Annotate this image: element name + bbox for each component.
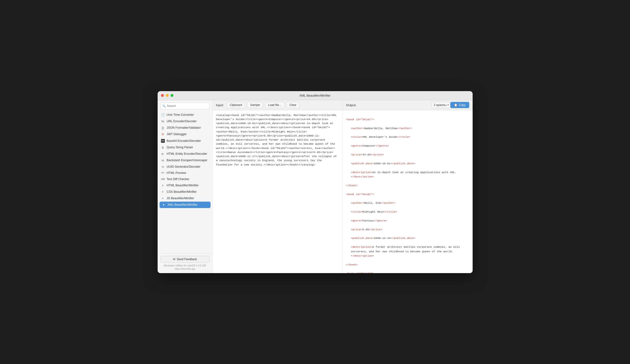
sidebar-item-label: Unix Time Converter bbox=[167, 113, 194, 117]
copy-icon: 📋 bbox=[454, 103, 458, 107]
minimize-button[interactable] bbox=[166, 94, 169, 97]
js-beautifier-icon: ✦ bbox=[161, 196, 165, 200]
search-container: 🔍 bbox=[160, 103, 210, 109]
output-body: <book id="bk101"> <author>Gambardella, M… bbox=[343, 110, 472, 273]
main-content: 🔍 🕐 Unix Time Converter % URL Encoder/De… bbox=[158, 100, 472, 273]
input-panel-header: Input: Clipboard Sample Load file... Cle… bbox=[213, 100, 342, 110]
main-area: Input: Clipboard Sample Load file... Cle… bbox=[213, 100, 472, 273]
sidebar-item-label: URL Encoder/Decoder bbox=[167, 120, 197, 123]
spaces-select[interactable]: 2 spaces 4 spaces Tab bbox=[432, 102, 450, 108]
sidebar-item-query-string[interactable]: & Query String Parser bbox=[158, 144, 212, 151]
feedback-icon: ✉ bbox=[173, 258, 175, 261]
sidebar: 🔍 🕐 Unix Time Converter % URL Encoder/De… bbox=[158, 100, 213, 273]
sidebar-item-js-beautifier[interactable]: ✦ JS Beautifier/Minifier bbox=[158, 195, 212, 202]
footer-info: Developer Utilities for macOS 1.4.0 (29)… bbox=[160, 264, 210, 271]
sidebar-item-uuid[interactable]: uu UUID Generator/Decoder bbox=[158, 164, 212, 170]
html-beautifier-icon: ✦ bbox=[161, 184, 165, 187]
spaces-select-wrap: 2 spaces 4 spaces Tab ▲▼ bbox=[432, 102, 450, 108]
sidebar-item-label: JWT Debugger bbox=[167, 133, 187, 136]
output-panel-header: Output: 2 spaces 4 spaces Tab ▲▼ 📋 Copy bbox=[343, 100, 472, 110]
xml-beautifier-icon: ✦ bbox=[162, 203, 166, 207]
braces-icon: {} bbox=[161, 126, 165, 130]
titlebar: XML Beautifier/Minifier bbox=[158, 91, 472, 100]
sidebar-item-jwt-debugger[interactable]: ❊ JWT Debugger bbox=[158, 131, 212, 138]
html-icon: </> bbox=[161, 172, 165, 174]
search-input[interactable] bbox=[160, 103, 210, 109]
sidebar-item-label: Query String Parser bbox=[167, 146, 193, 149]
sidebar-item-base64[interactable]: 64 Base64 Encoder/Decoder bbox=[158, 138, 212, 144]
base64-icon: 64 bbox=[161, 139, 165, 143]
sample-button[interactable]: Sample bbox=[247, 102, 263, 108]
sidebar-item-label: Backslash Escaper/Unescaper bbox=[167, 159, 208, 162]
sidebar-item-label: Text Diff Checker bbox=[167, 178, 190, 181]
sidebar-item-html-beautifier[interactable]: ✦ HTML Beautifier/Minifier bbox=[158, 182, 212, 189]
clock-icon: 🕐 bbox=[161, 113, 165, 117]
input-label: Input: bbox=[216, 103, 224, 107]
nav-list: 🕐 Unix Time Converter % URL Encoder/Deco… bbox=[158, 112, 212, 253]
sidebar-item-label: HTML Beautifier/Minifier bbox=[167, 184, 199, 187]
maximize-button[interactable] bbox=[170, 94, 174, 97]
css-beautifier-icon: ✦ bbox=[161, 190, 165, 194]
sidebar-item-backslash[interactable]: \n Backslash Escaper/Unescaper bbox=[158, 157, 212, 164]
sidebar-item-unix-time[interactable]: 🕐 Unix Time Converter bbox=[158, 112, 212, 118]
sidebar-item-label: JSON Formatter/Validator bbox=[167, 126, 201, 129]
input-panel-body bbox=[213, 110, 342, 273]
sidebar-item-css-beautifier[interactable]: ✦ CSS Beautifier/Minifier bbox=[158, 189, 212, 195]
feedback-button[interactable]: ✉ Send Feedback bbox=[160, 256, 210, 263]
load-file-button[interactable]: Load file... bbox=[265, 102, 284, 108]
ampersand-icon: & bbox=[161, 146, 165, 149]
input-panel: Input: Clipboard Sample Load file... Cle… bbox=[213, 100, 343, 273]
output-panel: Output: 2 spaces 4 spaces Tab ▲▼ 📋 Copy bbox=[343, 100, 472, 273]
sidebar-item-label: Base64 Encoder/Decoder bbox=[167, 139, 201, 143]
sidebar-item-label: UUID Generator/Decoder bbox=[167, 165, 200, 168]
hash-icon: #; bbox=[161, 152, 165, 156]
uuid-icon: uu bbox=[161, 166, 165, 168]
sidebar-footer: ✉ Send Feedback Developer Utilities for … bbox=[158, 253, 212, 273]
sidebar-item-text-diff[interactable]: ±ab Text Diff Checker bbox=[158, 176, 212, 182]
sidebar-item-html-entity[interactable]: #; HTML Entity Encoder/Decoder bbox=[158, 151, 212, 157]
percent-icon: % bbox=[161, 120, 165, 123]
sidebar-item-label: HTML Preview bbox=[167, 171, 186, 175]
clipboard-button[interactable]: Clipboard bbox=[226, 102, 245, 108]
jwt-icon: ❊ bbox=[161, 133, 165, 136]
backslash-icon: \n bbox=[161, 159, 165, 162]
sidebar-item-html-preview[interactable]: </> HTML Preview bbox=[158, 170, 212, 176]
sidebar-item-json-formatter[interactable]: {} JSON Formatter/Validator bbox=[158, 125, 212, 131]
sidebar-item-url-encoder[interactable]: % URL Encoder/Decoder bbox=[158, 118, 212, 125]
search-icon: 🔍 bbox=[162, 104, 166, 107]
clear-button[interactable]: Clear bbox=[286, 102, 300, 108]
copy-button[interactable]: 📋 Copy bbox=[450, 102, 469, 108]
diff-icon: ±ab bbox=[161, 178, 165, 180]
sidebar-item-label: CSS Beautifier/Minifier bbox=[167, 190, 197, 193]
input-textarea[interactable] bbox=[213, 110, 342, 273]
window-title: XML Beautifier/Minifier bbox=[300, 94, 330, 97]
xml-output: <book id="bk101"> <author>Gambardella, M… bbox=[346, 113, 469, 273]
search-wrapper: 🔍 bbox=[158, 103, 212, 112]
traffic-lights bbox=[161, 94, 174, 97]
close-button[interactable] bbox=[161, 94, 164, 97]
sidebar-item-xml-beautifier[interactable]: ✦ XML Beautifier/Minifier bbox=[160, 202, 210, 208]
sidebar-item-label: HTML Entity Encoder/Decoder bbox=[167, 152, 207, 156]
sidebar-item-label: XML Beautifier/Minifier bbox=[168, 203, 198, 206]
sidebar-item-label: JS Beautifier/Minifier bbox=[167, 196, 194, 200]
app-window: XML Beautifier/Minifier 🔍 🕐 Unix Time Co… bbox=[158, 91, 472, 273]
output-label: Output: bbox=[346, 103, 432, 107]
